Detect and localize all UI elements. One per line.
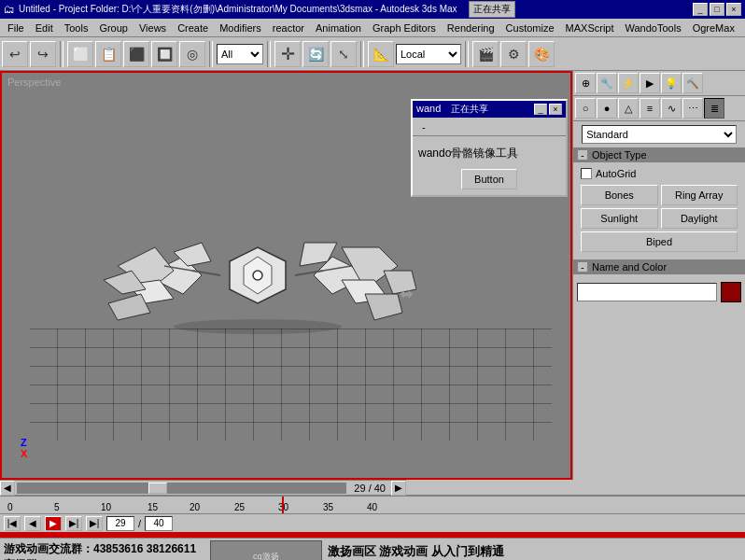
dialog-body: wando骨骼镜像工具 Button bbox=[413, 136, 566, 195]
panel-icon-motion[interactable]: ▶ bbox=[640, 73, 660, 93]
dialog-minimize[interactable]: _ bbox=[534, 104, 547, 115]
viewport-label: Perspective bbox=[7, 77, 61, 88]
scroll-left-arrow[interactable]: ◀ bbox=[0, 481, 15, 496]
total-frames-input[interactable] bbox=[145, 516, 173, 531]
menu-reactor[interactable]: reactor bbox=[267, 21, 310, 35]
mark-10: 10 bbox=[101, 502, 111, 512]
reference-coord-combo: Local World bbox=[396, 44, 461, 64]
panel-sub-2[interactable]: ● bbox=[597, 98, 617, 119]
dialog-menu-minus[interactable]: - bbox=[416, 120, 431, 133]
menu-ogremax[interactable]: OgreMax bbox=[687, 21, 740, 35]
minimize-button[interactable]: _ bbox=[693, 3, 708, 16]
menu-tools[interactable]: Tools bbox=[59, 21, 94, 35]
select-filter-dropdown[interactable]: All bbox=[217, 44, 263, 64]
svg-point-19 bbox=[174, 319, 342, 334]
render-setup-button[interactable]: ⚙ bbox=[500, 41, 527, 67]
menu-create[interactable]: Create bbox=[172, 21, 214, 35]
menu-help[interactable]: Help bbox=[740, 21, 745, 35]
scroll-track[interactable] bbox=[17, 483, 346, 494]
select-object-button[interactable]: ⬜ bbox=[67, 41, 93, 67]
menu-graph-editors[interactable]: Graph Editors bbox=[367, 21, 442, 35]
menu-customize[interactable]: Customize bbox=[500, 21, 560, 35]
select-filter-combo: All bbox=[217, 44, 263, 64]
prev-frame-button[interactable]: ◀ bbox=[24, 516, 41, 531]
panel-sub-6[interactable]: ⋯ bbox=[682, 98, 703, 119]
main-toolbar: ↩ ↪ ⬜ 📋 ⬛ 🔲 ◎ All ✛ 🔄 ⤡ 📐 Local World 🎬 … bbox=[0, 37, 745, 71]
dialog-action-button[interactable]: Button bbox=[461, 169, 517, 189]
material-editor-button[interactable]: 🎨 bbox=[528, 41, 555, 67]
menu-maxscript[interactable]: MAXScript bbox=[560, 21, 620, 35]
object-type-label: Object Type bbox=[592, 149, 647, 161]
redo-button[interactable]: ↪ bbox=[30, 41, 56, 67]
panel-icon-display[interactable]: 💡 bbox=[661, 73, 682, 93]
frame-indicator: 29 / 40 bbox=[348, 483, 391, 494]
select-by-name-button[interactable]: 📋 bbox=[95, 41, 121, 67]
toolbar-sep-3 bbox=[267, 41, 271, 67]
select-region2-button[interactable]: 🔲 bbox=[151, 41, 177, 67]
reference-coord-button[interactable]: 📐 bbox=[368, 41, 394, 67]
collapse-name-color[interactable]: - bbox=[577, 261, 588, 273]
name-color-row bbox=[577, 282, 741, 302]
dialog-sharing-text: 正在共享 bbox=[451, 104, 488, 114]
menu-file[interactable]: File bbox=[2, 21, 30, 35]
menu-animation[interactable]: Animation bbox=[310, 21, 367, 35]
dialog-body-title: wando骨骼镜像工具 bbox=[418, 142, 560, 165]
menu-edit[interactable]: Edit bbox=[30, 21, 59, 35]
standard-dropdown[interactable]: Standard bbox=[582, 125, 737, 144]
panel-icon-utility[interactable]: 🔨 bbox=[682, 73, 703, 93]
panel-icon-modify[interactable]: 🔧 bbox=[597, 73, 617, 93]
biped-button[interactable]: Biped bbox=[581, 231, 738, 252]
menu-views[interactable]: Views bbox=[134, 21, 172, 35]
timeline: 0 5 10 15 20 25 30 35 40 |◀ ◀ ▶ ▶| ▶| / bbox=[0, 495, 745, 532]
undo-button[interactable]: ↩ bbox=[2, 41, 28, 67]
ring-array-button[interactable]: Ring Array bbox=[661, 185, 738, 205]
panel-sub-5[interactable]: ∿ bbox=[661, 98, 682, 119]
collapse-object-type[interactable]: - bbox=[577, 149, 588, 161]
name-color-header[interactable]: - Name and Color bbox=[573, 259, 745, 274]
goto-start-button[interactable]: |◀ bbox=[4, 516, 21, 531]
maximize-button[interactable]: □ bbox=[710, 3, 724, 16]
menu-group[interactable]: Group bbox=[93, 21, 134, 35]
autogrid-checkbox[interactable] bbox=[581, 168, 592, 179]
panel-sub-7[interactable]: ≣ bbox=[704, 98, 724, 119]
dialog-controls: _ × bbox=[534, 104, 562, 115]
scroll-right-arrow[interactable]: ▶ bbox=[391, 481, 406, 496]
select-region-button[interactable]: ⬛ bbox=[123, 41, 149, 67]
select-rotate-button[interactable]: 🔄 bbox=[302, 41, 329, 67]
menu-rendering[interactable]: Rendering bbox=[442, 21, 500, 35]
select-lasso-button[interactable]: ◎ bbox=[179, 41, 205, 67]
next-frame-button[interactable]: ▶| bbox=[65, 516, 82, 531]
menu-modifiers[interactable]: Modifiers bbox=[214, 21, 267, 35]
select-scale-button[interactable]: ⤡ bbox=[330, 41, 357, 67]
select-move-button[interactable]: ✛ bbox=[274, 41, 301, 67]
toolbar-sep-5 bbox=[465, 41, 469, 67]
panel-icon-create[interactable]: ⊕ bbox=[575, 73, 596, 93]
sharing-badge: 正在共享 bbox=[469, 1, 515, 18]
dialog-title: wand 正在共享 bbox=[416, 103, 488, 116]
render-button[interactable]: 🎬 bbox=[472, 41, 499, 67]
close-button[interactable]: × bbox=[726, 3, 741, 16]
panel-icon-hierarchy[interactable]: ⚡ bbox=[618, 73, 639, 93]
panel-sub-1[interactable]: ○ bbox=[575, 98, 596, 119]
title-area: 🗂 Untitled - Project Folder: D:\个人重要资料(勿… bbox=[4, 1, 515, 18]
panel-sub-4[interactable]: ≡ bbox=[640, 98, 660, 119]
menu-wandotools[interactable]: WandoTools bbox=[620, 21, 687, 35]
object-type-header[interactable]: - Object Type bbox=[573, 147, 745, 162]
reference-coord-dropdown[interactable]: Local World bbox=[396, 44, 461, 64]
object-type-section: AutoGrid Bones Ring Array Sunlight Dayli… bbox=[573, 162, 745, 259]
daylight-button[interactable]: Daylight bbox=[661, 208, 738, 229]
panel-icons-row-2: ○ ● △ ≡ ∿ ⋯ ≣ bbox=[573, 96, 745, 121]
current-frame-input[interactable] bbox=[106, 516, 134, 531]
mark-35: 35 bbox=[323, 502, 333, 512]
scroll-thumb[interactable] bbox=[148, 483, 167, 494]
object-name-input[interactable] bbox=[577, 283, 717, 301]
goto-end-button[interactable]: ▶| bbox=[86, 516, 103, 531]
dialog-close[interactable]: × bbox=[549, 104, 562, 115]
mark-40: 40 bbox=[367, 502, 377, 512]
sunlight-button[interactable]: Sunlight bbox=[581, 208, 658, 229]
panel-sub-3[interactable]: △ bbox=[618, 98, 639, 119]
dialog-titlebar: wand 正在共享 _ × bbox=[413, 101, 566, 118]
color-swatch[interactable] bbox=[721, 282, 741, 302]
bones-button[interactable]: Bones bbox=[581, 185, 658, 205]
play-button[interactable]: ▶ bbox=[45, 516, 62, 531]
